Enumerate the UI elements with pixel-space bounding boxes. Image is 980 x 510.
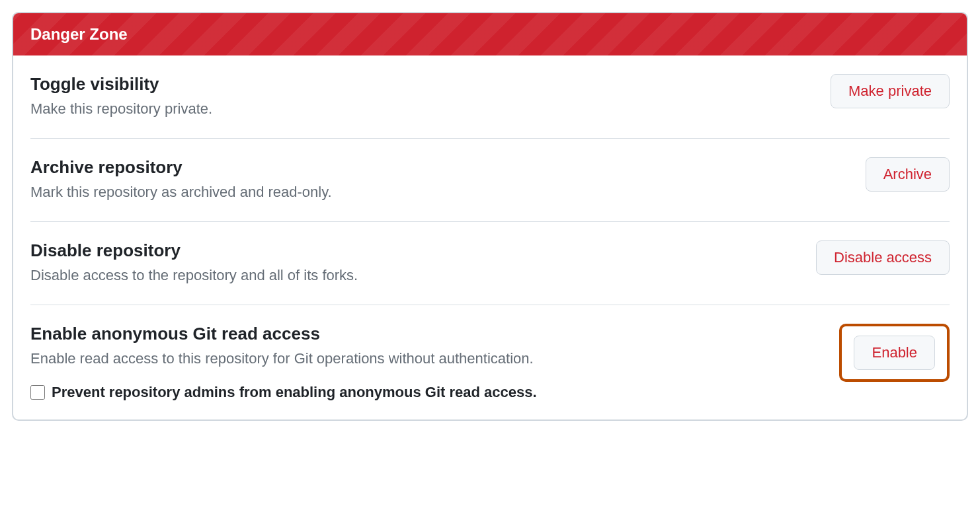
row-action: Archive: [866, 157, 950, 192]
row-title: Archive repository: [30, 157, 332, 178]
disable-access-button[interactable]: Disable access: [816, 240, 950, 275]
enable-button-highlight: Enable: [839, 324, 950, 382]
prevent-admins-label[interactable]: Prevent repository admins from enabling …: [52, 384, 537, 401]
row-title: Enable anonymous Git read access: [30, 324, 537, 344]
row-toggle-visibility: Toggle visibility Make this repository p…: [30, 55, 950, 139]
danger-zone-title: Danger Zone: [30, 25, 128, 43]
row-text: Enable anonymous Git read access Enable …: [30, 324, 537, 401]
row-desc: Disable access to the repository and all…: [30, 265, 358, 286]
row-text: Disable repository Disable access to the…: [30, 240, 358, 286]
row-desc: Enable read access to this repository fo…: [30, 348, 537, 369]
row-anonymous-git-read: Enable anonymous Git read access Enable …: [30, 305, 950, 419]
prevent-admins-checkbox-row: Prevent repository admins from enabling …: [30, 384, 537, 401]
row-desc: Make this repository private.: [30, 98, 212, 120]
row-desc: Mark this repository as archived and rea…: [30, 182, 332, 203]
row-action: Make private: [831, 74, 950, 108]
archive-button[interactable]: Archive: [866, 157, 950, 192]
make-private-button[interactable]: Make private: [831, 74, 950, 108]
prevent-admins-checkbox[interactable]: [30, 385, 45, 400]
enable-anonymous-git-button[interactable]: Enable: [854, 336, 935, 370]
row-text: Toggle visibility Make this repository p…: [30, 74, 212, 120]
row-title: Disable repository: [30, 240, 358, 261]
row-archive-repository: Archive repository Mark this repository …: [30, 139, 950, 222]
row-action: Disable access: [816, 240, 950, 275]
row-title: Toggle visibility: [30, 74, 212, 94]
row-disable-repository: Disable repository Disable access to the…: [30, 222, 950, 305]
row-action: Enable: [839, 324, 950, 382]
danger-zone-body: Toggle visibility Make this repository p…: [13, 55, 967, 419]
danger-zone-header: Danger Zone: [13, 13, 967, 55]
danger-zone-panel: Danger Zone Toggle visibility Make this …: [12, 12, 968, 421]
row-text: Archive repository Mark this repository …: [30, 157, 332, 203]
